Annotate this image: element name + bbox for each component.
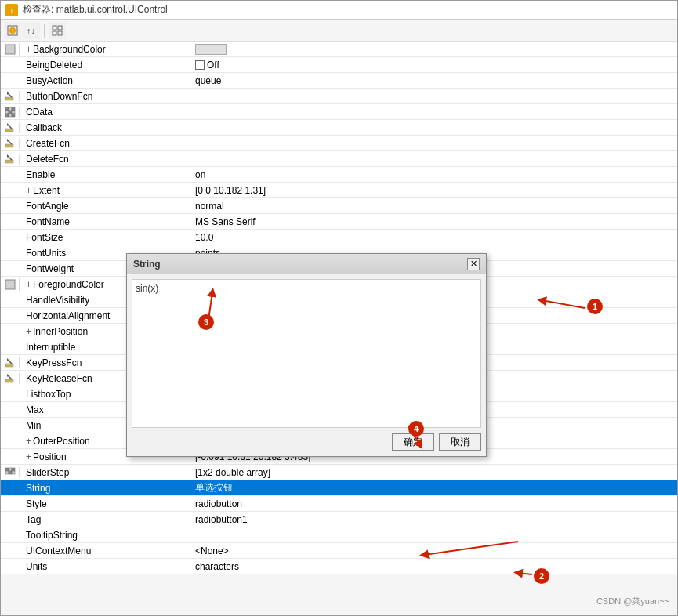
svg-rect-10 (5, 45, 15, 54)
prop-icon-callback (1, 122, 20, 133)
prop-name-cdata: CData (20, 107, 192, 118)
svg-rect-14 (5, 107, 9, 111)
prop-value-fontname: MS Sans Serif (192, 216, 677, 227)
prop-row-enable[interactable]: Enable on (1, 167, 677, 183)
toolbar-btn-run[interactable]: ! (4, 22, 21, 39)
toolbar-btn-sort[interactable]: ↑↓ (23, 22, 40, 39)
prop-value-backgroundcolor (192, 44, 677, 55)
prop-icon-keyreleasefcn (1, 373, 20, 384)
svg-line-34 (8, 360, 12, 364)
svg-rect-18 (9, 111, 12, 114)
prop-row-busyaction[interactable]: BusyAction queue (1, 73, 677, 89)
svg-text:!: ! (12, 28, 13, 34)
annotation-2: 2 (534, 568, 549, 584)
modal-dialog: String ✕ sin(x) 确定 取消 (126, 253, 487, 457)
svg-rect-40 (9, 468, 12, 471)
svg-rect-39 (5, 468, 9, 471)
toolbar-separator (44, 24, 45, 38)
prop-row-beingdeleted[interactable]: BeingDeleted Off (1, 57, 677, 73)
prop-row-fontsize[interactable]: FontSize 10.0 (1, 230, 677, 245)
prop-row-uicontextmenu[interactable]: UIContextMenu <None> (1, 543, 677, 559)
modal-cancel-button[interactable]: 取消 (439, 433, 481, 451)
svg-rect-36 (5, 379, 13, 382)
prop-row-extent[interactable]: Extent [0 0 10.182 1.31] (1, 183, 677, 198)
svg-rect-42 (5, 471, 9, 474)
prop-icon-deletefcn (1, 154, 20, 165)
svg-line-12 (8, 93, 12, 97)
modal-footer: 确定 取消 (127, 428, 486, 456)
checkbox-beingdeleted (195, 60, 205, 70)
prop-row-createfcn[interactable]: CreateFcn (1, 136, 677, 151)
prop-name-fontangle: FontAngle (20, 201, 192, 212)
content-area: BackgroundColor BeingDeleted Off BusyAct… (1, 42, 677, 615)
svg-rect-17 (5, 111, 9, 114)
prop-row-callback[interactable]: Callback (1, 120, 677, 136)
prop-name-units: Units (20, 561, 192, 572)
prop-name-uicontextmenu: UIContextMenu (20, 545, 192, 556)
annotation-1: 1 (587, 299, 603, 314)
prop-row-tooltipstring[interactable]: TooltipString (1, 527, 677, 543)
prop-name-buttondownfcn: ButtonDownFcn (20, 91, 192, 102)
svg-rect-32 (5, 280, 15, 289)
prop-value-tag: radiobutton1 (192, 514, 677, 525)
modal-title: String (133, 259, 161, 270)
svg-line-24 (8, 125, 12, 129)
title-bar-icon: i (5, 4, 18, 16)
svg-rect-19 (12, 111, 15, 114)
title-bar-text: 检查器: matlab.ui.control.UIControl (23, 3, 168, 16)
svg-rect-20 (5, 114, 9, 117)
svg-rect-23 (5, 129, 13, 132)
svg-rect-11 (5, 97, 13, 100)
prop-row-fontname[interactable]: FontName MS Sans Serif (1, 214, 677, 230)
prop-icon-keypressfcn (1, 357, 20, 368)
svg-rect-9 (58, 31, 62, 35)
title-bar: i 检查器: matlab.ui.control.UIControl (1, 1, 677, 20)
prop-name-fontsize: FontSize (20, 232, 192, 243)
svg-rect-44 (12, 471, 15, 474)
prop-row-sliderstep[interactable]: SliderStep [1x2 double array] (1, 465, 677, 480)
prop-row-buttondownfcn[interactable]: ButtonDownFcn (1, 89, 677, 104)
modal-titlebar: String ✕ (127, 254, 486, 274)
prop-value-fontangle: normal (192, 201, 677, 212)
prop-name-backgroundcolor: BackgroundColor (20, 44, 192, 55)
prop-row-style[interactable]: Style radiobutton (1, 496, 677, 512)
prop-row-units[interactable]: Units characters (1, 559, 677, 574)
prop-name-extent: Extent (20, 185, 192, 196)
prop-value-sliderstep: [1x2 double array] (192, 467, 677, 478)
prop-value-beingdeleted: Off (192, 60, 677, 71)
svg-rect-6 (53, 26, 56, 30)
svg-rect-43 (9, 471, 12, 474)
prop-row-backgroundcolor[interactable]: BackgroundColor (1, 42, 677, 57)
prop-row-fontangle[interactable]: FontAngle normal (1, 198, 677, 214)
svg-text:i: i (11, 7, 13, 14)
svg-rect-21 (9, 114, 12, 117)
modal-content[interactable]: sin(x) (132, 279, 481, 428)
prop-icon-cdata (1, 107, 20, 118)
modal-close-button[interactable]: ✕ (467, 258, 480, 270)
svg-rect-41 (12, 468, 15, 471)
svg-rect-7 (58, 26, 62, 30)
prop-value-busyaction: queue (192, 75, 677, 86)
svg-rect-33 (5, 364, 13, 367)
toolbar-btn-grid[interactable] (49, 22, 66, 39)
prop-row-tag[interactable]: Tag radiobutton1 (1, 512, 677, 527)
svg-rect-15 (9, 107, 12, 111)
prop-name-style: Style (20, 498, 192, 509)
prop-name-tooltipstring: TooltipString (20, 530, 192, 541)
watermark: CSDN @菜yuan~~ (596, 596, 669, 607)
svg-line-27 (8, 140, 12, 144)
main-window: i 检查器: matlab.ui.control.UIControl ! ↑↓ (0, 0, 678, 616)
svg-rect-26 (5, 144, 13, 147)
svg-rect-8 (53, 31, 56, 35)
prop-name-beingdeleted: BeingDeleted (20, 60, 192, 71)
prop-icon-backgroundcolor (1, 43, 20, 56)
annotation-3: 3 (198, 314, 214, 330)
prop-row-string[interactable]: String 单选按钮 (1, 480, 677, 496)
prop-value-style: radiobutton (192, 498, 677, 509)
prop-icon-sliderstep (1, 467, 20, 478)
prop-name-tag: Tag (20, 514, 192, 525)
prop-row-deletefcn[interactable]: DeleteFcn (1, 151, 677, 167)
prop-name-fontname: FontName (20, 216, 192, 227)
prop-row-cdata[interactable]: CData (1, 104, 677, 120)
prop-icon-createfcn (1, 138, 20, 149)
